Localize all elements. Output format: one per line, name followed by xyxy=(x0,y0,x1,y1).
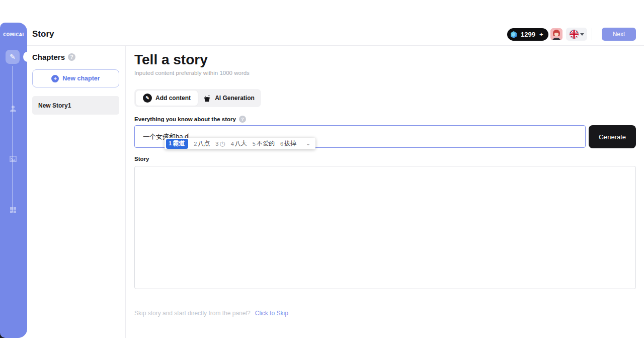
sidebar: COMICAI ✎ xyxy=(0,23,27,338)
sidebar-item-images[interactable] xyxy=(8,153,19,164)
app-logo: COMICAI xyxy=(0,33,27,37)
avatar-image xyxy=(550,28,562,40)
chapter-list-item[interactable]: New Story1 xyxy=(32,96,119,115)
skip-text: Skip story and start directly from the p… xyxy=(134,310,251,317)
ime-candidate-4[interactable]: 4 八大 xyxy=(231,139,247,148)
pencil-icon: ✎ xyxy=(10,53,16,61)
story-textarea-label: Story xyxy=(134,156,149,162)
magic-hat-icon xyxy=(203,94,211,103)
main-subtitle: Inputed content preferably within 1000 w… xyxy=(134,70,250,76)
nav-connector-line xyxy=(12,66,13,212)
tab-ai-generation-label: AI Generation xyxy=(215,95,255,102)
tab-add-content[interactable]: ✎ Add content xyxy=(136,90,198,106)
ime-expand-chevron-icon[interactable]: ⌄ xyxy=(306,140,310,147)
main-title: Tell a story xyxy=(134,52,208,68)
tab-add-content-label: Add content xyxy=(155,95,191,102)
plus-icon: + xyxy=(51,75,59,82)
sidebar-item-characters[interactable] xyxy=(8,103,19,114)
story-input-help-icon[interactable]: ? xyxy=(239,116,246,123)
tab-ai-generation[interactable]: AI Generation xyxy=(198,90,260,106)
page-title: Story xyxy=(32,29,54,39)
ime-candidate-5[interactable]: 5 不爱的 xyxy=(253,139,275,148)
next-button[interactable]: Next xyxy=(602,28,636,41)
grid-icon xyxy=(9,206,18,215)
story-textarea[interactable] xyxy=(134,166,636,289)
chapters-title: Chapters xyxy=(32,53,65,61)
story-input-label: Everything you know about the story xyxy=(134,116,236,122)
active-item-notch xyxy=(23,52,27,62)
avatar[interactable] xyxy=(550,28,562,40)
ime-candidate-1[interactable]: 1 霸道 xyxy=(166,139,188,149)
app-root: COMICAI ✎ Story 1299 + xyxy=(0,0,644,362)
ime-candidate-2[interactable]: 2 八点 xyxy=(194,139,210,148)
header-divider xyxy=(592,28,592,40)
click-to-skip-link[interactable]: Click to Skip xyxy=(255,310,288,317)
ime-candidate-3[interactable]: 3 ◷ xyxy=(215,140,225,147)
generate-button[interactable]: Generate xyxy=(589,125,636,148)
image-icon xyxy=(9,154,18,163)
header: Story 1299 + xyxy=(27,23,644,46)
content-tabs: ✎ Add content AI Generation xyxy=(134,89,261,107)
coin-balance[interactable]: 1299 + xyxy=(507,28,548,41)
new-chapter-label: New chapter xyxy=(62,75,100,82)
chapters-panel: Chapters ? + New chapter New Story1 xyxy=(27,46,126,338)
coin-count: 1299 xyxy=(521,31,535,38)
sidebar-item-story[interactable]: ✎ xyxy=(6,50,20,64)
chevron-down-icon xyxy=(580,33,584,36)
clock-icon: ◷ xyxy=(219,140,225,147)
pencil-circle-icon: ✎ xyxy=(143,94,152,103)
gem-icon xyxy=(510,31,518,39)
ime-candidate-popup: 1 霸道 2 八点 3 ◷ 4 八大 5 不爱的 6 拔掉 xyxy=(165,138,315,149)
new-chapter-button[interactable]: + New chapter xyxy=(32,69,119,87)
ime-candidate-6[interactable]: 6 拔掉 xyxy=(280,139,296,148)
sidebar-item-panels[interactable] xyxy=(8,205,19,216)
chapters-help-icon[interactable]: ? xyxy=(68,53,75,61)
add-coins-icon[interactable]: + xyxy=(539,31,543,38)
language-selector[interactable] xyxy=(566,28,587,41)
main-content: Tell a story Inputed content preferably … xyxy=(126,46,644,338)
user-icon xyxy=(9,104,18,113)
uk-flag-icon xyxy=(570,30,579,39)
